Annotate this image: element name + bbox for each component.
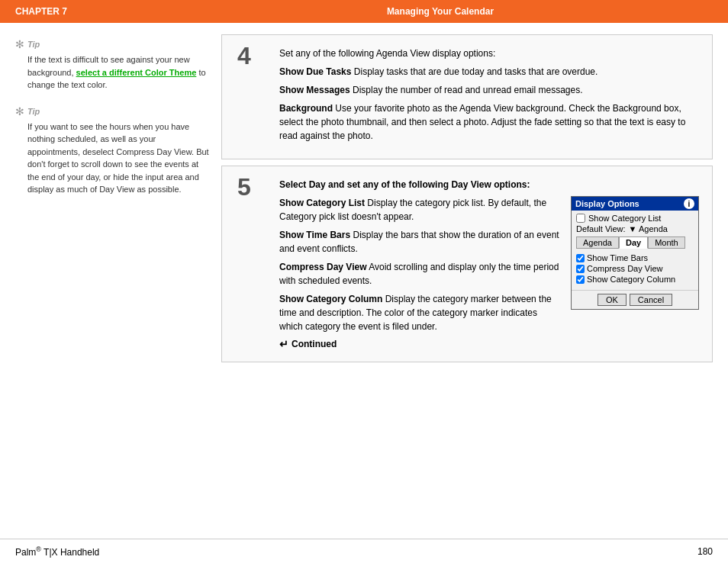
display-options-widget: Display Options i Show Category List: [571, 196, 701, 350]
step-4-inner: 4 Set any of the following Agenda View d…: [237, 47, 701, 147]
step-5-box: 5 Select Day and set any of the followin…: [221, 166, 713, 362]
display-options-panel: Display Options i Show Category List: [571, 196, 699, 310]
color-theme-link[interactable]: select a different Color Theme: [76, 68, 197, 77]
checkboxes-group: Show Time Bars Compress Day View: [576, 252, 694, 287]
show-time-bars-checkbox[interactable]: [576, 254, 585, 262]
step-5-inner: 5 Select Day and set any of the followin…: [237, 178, 701, 350]
show-category-column-row: Show Category Column: [576, 275, 694, 284]
show-category-label: Show Category List: [588, 214, 661, 223]
step-4-label-3: Background: [279, 103, 333, 114]
compress-day-view-label: Compress Day View: [587, 264, 662, 273]
tip-2-header: ✻ Tip: [15, 105, 210, 117]
step-4-box: 4 Set any of the following Agenda View d…: [221, 34, 713, 159]
display-options-footer: OK Cancel: [572, 290, 698, 309]
step-4-label-1: Show Due Tasks: [279, 66, 351, 77]
sidebar: ✻ Tip If the text is difficult to see ag…: [15, 34, 221, 527]
step-5-label-1: Show Category List: [279, 198, 365, 208]
step-5-label-4: Show Category Column: [279, 294, 382, 304]
step-5-heading: Select Day and set any of the following …: [279, 178, 701, 191]
compress-day-view-row: Compress Day View: [576, 264, 694, 273]
page-number: 180: [697, 546, 713, 557]
tip-2-label: Tip: [27, 107, 40, 116]
info-icon[interactable]: i: [684, 198, 694, 209]
main-content: ✻ Tip If the text is difficult to see ag…: [0, 23, 728, 539]
tip-1-asterisk: ✻: [15, 38, 24, 50]
show-category-checkbox[interactable]: [576, 214, 585, 223]
display-options-body: Show Category List Default View: ▼ Agend…: [572, 211, 698, 290]
continued-label: ↵ Continued: [279, 338, 559, 350]
ok-button[interactable]: OK: [598, 294, 627, 306]
step-5-label-3: Compress Day View: [279, 262, 367, 272]
show-category-row: Show Category List: [576, 214, 694, 223]
step-4-desc-3: Use your favorite photo as the Agenda Vi…: [279, 103, 685, 141]
show-time-bars-label: Show Time Bars: [587, 253, 648, 262]
page-footer: Palm® T|X Handheld 180: [0, 539, 728, 563]
step-5-body: Show Category List Display the category …: [279, 196, 701, 350]
tab-day[interactable]: Day: [619, 236, 648, 249]
display-options-header: Display Options i: [572, 197, 698, 211]
step-5-item-1: Show Category List Display the category …: [279, 196, 559, 224]
tab-month[interactable]: Month: [648, 236, 685, 249]
step-5-text: Show Category List Display the category …: [279, 196, 559, 350]
step-4-desc-1: Display tasks that are due today and tas…: [351, 66, 598, 77]
default-view-label: Default View:: [576, 224, 626, 233]
default-view-value: Agenda: [639, 224, 668, 233]
display-options-title: Display Options: [575, 199, 639, 208]
step-5-number: 5: [237, 175, 251, 199]
steps-content: 4 Set any of the following Agenda View d…: [221, 34, 713, 527]
step-5-heading-text: Select Day and set any of the following …: [279, 179, 530, 190]
brand-name: Palm® T|X Handheld: [15, 545, 99, 558]
tab-agenda[interactable]: Agenda: [576, 236, 619, 249]
step-4-item-3: Background Use your favorite photo as th…: [279, 101, 701, 143]
show-category-column-checkbox[interactable]: [576, 275, 585, 284]
page-header: CHAPTER 7 Managing Your Calendar: [0, 0, 728, 23]
default-view-dropdown[interactable]: ▼ Agenda: [629, 224, 668, 233]
step-4-content: Set any of the following Agenda View dis…: [279, 47, 701, 143]
step-5-content: Select Day and set any of the following …: [279, 178, 701, 350]
cancel-button[interactable]: Cancel: [630, 294, 672, 306]
step-4-desc-2: Display the number of read and unread em…: [350, 85, 583, 95]
tip-1-text: If the text is difficult to see against …: [15, 53, 210, 92]
step-4-item-2: Show Messages Display the number of read…: [279, 83, 701, 97]
show-time-bars-row: Show Time Bars: [576, 253, 694, 262]
continued-text: Continued: [292, 339, 337, 349]
step-4-label-2: Show Messages: [279, 85, 350, 95]
tip-2: ✻ Tip If you want to see the hours when …: [15, 105, 210, 196]
step-5-item-4: Show Category Column Display the categor…: [279, 292, 559, 333]
tip-1: ✻ Tip If the text is difficult to see ag…: [15, 38, 210, 92]
default-view-row: Default View: ▼ Agenda: [576, 224, 694, 233]
tab-row: Agenda Day Month: [576, 236, 694, 249]
step-4-title: Set any of the following Agenda View dis…: [279, 47, 701, 60]
tip-2-text: If you want to see the hours when you ha…: [15, 121, 210, 196]
step-5-item-3: Compress Day View Avoid scrolling and di…: [279, 260, 559, 288]
show-category-column-label: Show Category Column: [587, 275, 675, 284]
step-4-number: 4: [237, 43, 251, 68]
chapter-label: CHAPTER 7: [15, 6, 168, 17]
continued-arrow-icon: ↵: [279, 338, 288, 350]
tip-1-label: Tip: [27, 40, 40, 49]
tip-1-header: ✻ Tip: [15, 38, 210, 50]
compress-day-view-checkbox[interactable]: [576, 265, 585, 273]
tip-2-asterisk: ✻: [15, 105, 24, 117]
chapter-title: Managing Your Calendar: [168, 6, 713, 17]
step-4-item-1: Show Due Tasks Display tasks that are du…: [279, 65, 701, 79]
step-5-item-2: Show Time Bars Display the bars that sho…: [279, 228, 559, 256]
step-5-label-2: Show Time Bars: [279, 230, 350, 240]
